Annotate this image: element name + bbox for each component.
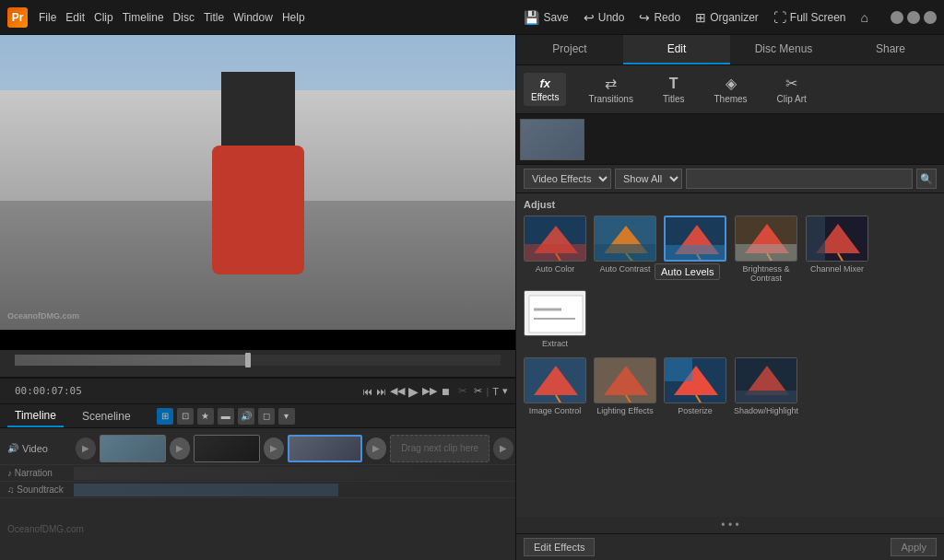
window-controls [891,11,937,24]
video-clip-2[interactable] [194,435,260,462]
timeline-view-btn5[interactable]: 🔊 [238,408,254,425]
save-button[interactable]: 💾 Save [524,10,568,25]
tab-edit[interactable]: Edit [623,35,730,64]
effect-thumb-auto-levels [664,216,726,262]
play-button[interactable]: ▶ [408,384,419,399]
tab-sceneline[interactable]: Sceneline [75,406,138,426]
razor-tool[interactable]: ✂ [474,385,482,397]
effect-auto-contrast[interactable]: Auto Contrast [594,216,656,283]
effect-preview-svg6 [525,291,586,336]
menu-help[interactable]: Help [282,11,305,24]
undo-button[interactable]: ↩ Undo [584,10,625,25]
clip-nav-4[interactable]: ▶ [366,438,386,460]
effect-type-dropdown[interactable]: Video Effects [524,169,611,189]
menu-clip[interactable]: Clip [94,11,113,24]
effect-lighting[interactable]: Lighting Effects [594,357,656,415]
tab-share[interactable]: Share [837,35,944,64]
menu-timeline[interactable]: Timeline [123,11,164,24]
ocean-watermark-bottom: OceanofDMG.com [7,524,84,534]
timeline-settings-btn[interactable]: ▾ [278,408,295,425]
text-tool[interactable]: T [492,386,499,397]
undo-icon: ↩ [584,10,595,25]
tab-timeline[interactable]: Timeline [7,405,64,427]
goto-start-button[interactable]: ⏮ [362,386,372,397]
effect-brightness[interactable]: Brightness & Contrast [734,216,798,283]
effect-extract[interactable]: Extract [524,290,586,348]
svg-rect-21 [529,296,583,332]
search-icon: 🔍 [920,173,933,185]
timeline-view-btn4[interactable]: ▬ [218,408,234,425]
apply-button[interactable]: Apply [891,538,937,556]
video-clip-1[interactable] [100,435,166,462]
home-button[interactable]: ⌂ [861,10,868,25]
menu-disc[interactable]: Disc [173,11,195,24]
step-back-button[interactable]: ⏭ [376,386,386,397]
effect-posterize[interactable]: Posterize [664,357,726,415]
redo-icon: ↪ [639,10,650,25]
show-all-dropdown[interactable]: Show All [615,169,682,189]
scrubber-bar[interactable] [15,355,501,366]
effect-image-control[interactable]: Image Control [524,357,586,415]
clip-nav-right[interactable]: ▶ [493,438,513,460]
maximize-button[interactable] [907,11,920,24]
subtab-transitions[interactable]: ⇄ Transitions [581,71,641,108]
more-effects-indicator[interactable]: • • • [721,519,738,531]
sep2: | [486,386,489,397]
fullscreen-button[interactable]: ⛶ Full Screen [773,10,846,25]
rewind-button[interactable]: ◀◀ [390,385,405,397]
stop-button[interactable]: ⏹ [441,386,451,397]
redo-button[interactable]: ↪ Redo [639,10,680,25]
minimize-button[interactable] [891,11,903,24]
home-icon: ⌂ [861,10,868,25]
search-button[interactable]: 🔍 [916,169,937,189]
preview-video: OceanofDMG.com [0,35,515,330]
timeline-view-btn1[interactable]: ⊞ [157,408,173,425]
tab-disc-menus[interactable]: Disc Menus [730,35,837,64]
effect-preview-svg4 [736,216,797,262]
soundtrack-area [74,484,515,496]
menu-window[interactable]: Window [233,11,273,24]
effect-label-auto-color: Auto Color [536,264,575,274]
menu-file[interactable]: File [39,11,56,24]
timeline-view-btn2[interactable]: ⊡ [177,408,194,425]
effect-label-posterize: Posterize [678,406,713,415]
effect-channel-mixer[interactable]: Channel Mixer [806,216,868,283]
video-clip-3[interactable] [288,435,363,462]
soundtrack-track-label: ♫ Soundtrack [0,484,74,495]
effect-shadow-highlight[interactable]: Shadow/Highlight [734,357,798,415]
timeline-view-btn3[interactable]: ★ [197,408,214,425]
effect-thumb-lighting [594,357,656,403]
main-layout: OceanofDMG.com 00:00:07:05 ⏮ ⏭ ◀◀ ▶ ▶▶ ⏹… [0,35,944,560]
subtab-effects[interactable]: fx Effects [524,73,566,106]
effect-thumb-shadow [735,357,797,403]
organizer-button[interactable]: ⊞ Organizer [695,10,759,25]
svg-rect-3 [525,244,586,262]
subtab-clipart[interactable]: ✂ Clip Art [770,71,814,108]
clip-nav-2[interactable]: ▶ [170,438,190,460]
clip-nav-left[interactable]: ▶ [76,438,96,460]
tab-project[interactable]: Project [516,35,623,64]
video-track: 🔊 Video ▶ ▶ [0,432,515,465]
preview-area: OceanofDMG.com [0,35,515,350]
subtab-titles[interactable]: T Titles [655,72,692,108]
edit-panel: fx Effects ⇄ Transitions T Titles ◈ Them… [516,65,944,560]
clip-nav-3[interactable]: ▶ [264,438,284,460]
menu-edit[interactable]: Edit [65,11,85,24]
clipart-icon: ✂ [785,75,797,92]
effect-preview-svg10 [736,358,797,403]
effects-search-input[interactable] [686,169,913,189]
close-button[interactable] [924,11,937,24]
timeline-zoom-btn[interactable]: ◻ [258,408,275,425]
effect-auto-levels[interactable]: Auto Levels Auto Levels [664,216,726,283]
menu-title[interactable]: Title [204,11,224,24]
speaker-icon: 🔊 [7,443,18,453]
fast-forward-button[interactable]: ▶▶ [422,385,437,397]
edit-bottom-bar: Edit Effects Apply [516,533,944,560]
titles-icon: T [669,76,678,92]
more-tools[interactable]: ▾ [502,385,508,397]
edit-effects-button[interactable]: Edit Effects [524,538,595,556]
preview-thumb-1[interactable] [520,119,584,160]
subtab-themes[interactable]: ◈ Themes [706,71,754,108]
effect-auto-color[interactable]: Auto Color [524,216,586,283]
save-icon: 💾 [524,10,539,25]
